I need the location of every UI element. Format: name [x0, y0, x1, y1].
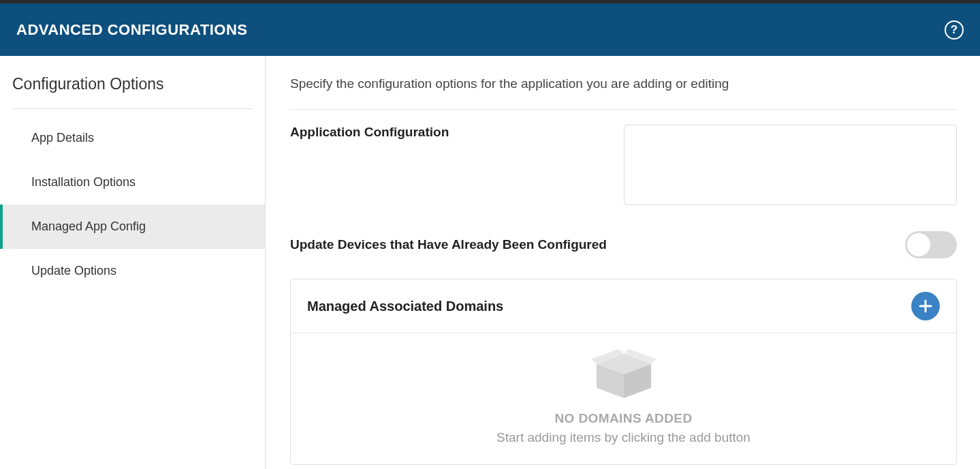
managed-domains-title: Managed Associated Domains [307, 299, 503, 314]
sidebar-item-update-options[interactable]: Update Options [0, 249, 265, 293]
body: Configuration Options App Details Instal… [0, 56, 980, 469]
empty-state-title: NO DOMAINS ADDED [291, 411, 956, 426]
toggle-knob [907, 233, 930, 256]
add-domain-button[interactable] [911, 292, 940, 320]
help-icon[interactable]: ? [945, 20, 964, 40]
update-devices-toggle[interactable] [905, 231, 957, 258]
managed-domains-panel: Managed Associated Domains [290, 279, 957, 465]
sidebar-heading: Configuration Options [12, 67, 253, 109]
empty-box-icon [590, 347, 658, 402]
sidebar-item-label: Managed App Config [31, 220, 146, 233]
sidebar-item-label: Installation Options [31, 175, 136, 189]
sidebar-item-app-details[interactable]: App Details [0, 116, 265, 160]
main-description: Specify the configuration options for th… [290, 76, 957, 110]
sidebar-item-label: Update Options [31, 264, 116, 277]
update-devices-row: Update Devices that Have Already Been Co… [290, 220, 957, 275]
sidebar-item-managed-app-config[interactable]: Managed App Config [0, 205, 265, 249]
managed-domains-empty: NO DOMAINS ADDED Start adding items by c… [291, 333, 956, 464]
page-title: ADVANCED CONFIGURATIONS [16, 21, 247, 39]
plus-icon [918, 299, 933, 314]
app-config-textarea[interactable] [624, 125, 957, 205]
app-config-label: Application Configuration [290, 125, 624, 140]
sidebar-item-installation-options[interactable]: Installation Options [0, 160, 265, 205]
update-devices-label: Update Devices that Have Already Been Co… [290, 237, 905, 252]
app-config-row: Application Configuration [290, 110, 957, 220]
page-header: ADVANCED CONFIGURATIONS ? [0, 3, 980, 56]
main-content: Specify the configuration options for th… [266, 56, 980, 469]
managed-domains-header: Managed Associated Domains [291, 279, 956, 333]
empty-state-subtitle: Start adding items by clicking the add b… [291, 430, 956, 445]
sidebar: Configuration Options App Details Instal… [0, 56, 266, 469]
sidebar-item-label: App Details [31, 131, 94, 145]
sidebar-nav: App Details Installation Options Managed… [0, 116, 265, 293]
